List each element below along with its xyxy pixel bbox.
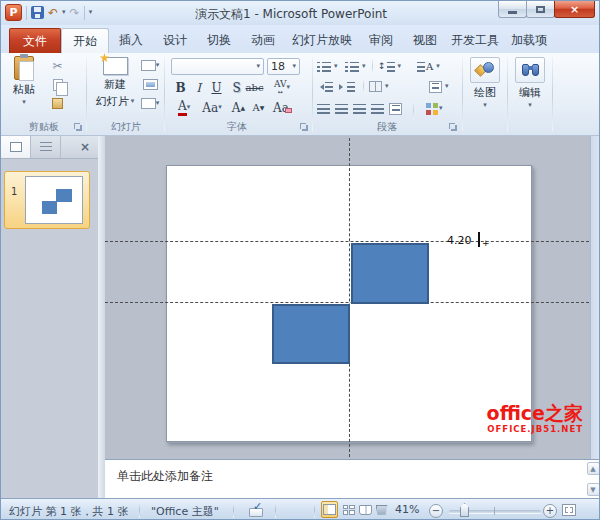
change-case-button[interactable]: Aa ▾ [199, 99, 225, 116]
bullets-button[interactable]: ▾ [317, 58, 338, 75]
fit-slide-to-window-button[interactable] [562, 504, 576, 516]
tab-animations[interactable]: 动画 [241, 28, 285, 53]
tab-file[interactable]: 文件 [9, 28, 61, 53]
numbering-dropdown-arrow[interactable]: ▾ [362, 63, 366, 70]
increase-indent-button[interactable] [339, 78, 355, 95]
reading-view-button[interactable] [357, 501, 374, 518]
smartart-dropdown-arrow[interactable]: ▾ [439, 105, 443, 112]
new-slide-label-1: 新建 [104, 77, 126, 92]
vertical-guide-center[interactable] [349, 138, 350, 457]
spellcheck-button[interactable]: ✓ [253, 500, 262, 513]
font-color-dropdown-arrow[interactable]: ▾ [187, 104, 191, 111]
slide-thumbnail-image[interactable] [25, 176, 83, 224]
underline-button[interactable]: U [207, 79, 226, 96]
tab-view[interactable]: 视图 [403, 28, 447, 53]
close-panel-button[interactable]: × [72, 136, 98, 158]
shrink-font-button[interactable]: A ▼ [249, 99, 268, 116]
blue-rectangle-lower[interactable] [272, 304, 350, 364]
align-text-button[interactable]: ▾ [429, 78, 449, 95]
justify-button[interactable] [371, 100, 384, 117]
normal-view-button[interactable] [321, 501, 338, 518]
paste-button[interactable]: 粘贴 ▾ [7, 56, 41, 106]
text-direction-dropdown-arrow[interactable]: ▾ [436, 63, 440, 70]
slideshow-view-button[interactable] [373, 501, 390, 518]
align-center-button[interactable] [335, 100, 348, 117]
save-button[interactable] [31, 6, 44, 19]
text-shadow-button[interactable]: S [227, 79, 246, 96]
close-button[interactable]: × [554, 1, 595, 18]
numbering-button[interactable]: ▾ [345, 58, 366, 75]
editing-group-button[interactable]: 编辑 ▾ [510, 57, 550, 109]
text-direction-button[interactable]: A ▾ [417, 58, 440, 75]
drawing-group-button[interactable]: 绘图 ▾ [465, 57, 505, 109]
tab-design[interactable]: 设计 [153, 28, 197, 53]
font-size-dropdown-arrow[interactable]: ▾ [292, 63, 296, 70]
zoom-in-button[interactable]: + [543, 504, 557, 518]
outline-tab-icon [40, 142, 52, 152]
text-direction-lines [417, 62, 425, 72]
character-spacing-button[interactable]: AV ↔ ▾ [269, 79, 295, 96]
copy-button[interactable] [48, 76, 67, 93]
tab-insert[interactable]: 插入 [109, 28, 153, 53]
restore-button[interactable] [526, 1, 555, 18]
increase-indent-icon [339, 84, 346, 90]
minimize-button[interactable] [498, 1, 527, 18]
notes-pane[interactable]: 单击此处添加备注 ▲ ▼ [105, 459, 600, 498]
tab-addins[interactable]: 加载项 [503, 28, 555, 53]
tab-developer[interactable]: 开发工具 [447, 28, 503, 53]
align-left-button[interactable] [317, 100, 330, 117]
reset-slide-button[interactable] [138, 76, 162, 93]
drawing-dropdown-arrow: ▾ [483, 102, 487, 109]
decrease-indent-button[interactable] [317, 78, 333, 95]
redo-button[interactable]: ↷ [70, 7, 80, 19]
qat-customize-button[interactable]: ▾ [89, 9, 93, 16]
powerpoint-app-icon[interactable]: P [5, 4, 22, 21]
bold-button[interactable]: B [171, 79, 190, 96]
italic-button[interactable]: I [189, 79, 208, 96]
distribute-button[interactable] [389, 100, 402, 117]
align-right-button[interactable] [353, 100, 366, 117]
slide-sorter-view-button[interactable] [340, 501, 357, 518]
horizontal-guide-center[interactable] [105, 302, 589, 303]
tab-review[interactable]: 审阅 [359, 28, 403, 53]
slides-tab[interactable] [1, 136, 31, 158]
blue-rectangle-upper[interactable] [351, 243, 429, 304]
tab-slideshow[interactable]: 幻灯片放映 [285, 28, 359, 53]
font-name-combobox[interactable]: ▾ [171, 58, 264, 75]
columns-dropdown-arrow[interactable]: ▾ [385, 83, 389, 90]
cut-button[interactable]: ✂ [48, 57, 67, 74]
format-painter-button[interactable] [48, 95, 67, 112]
convert-smartart-button[interactable]: ▾ [425, 100, 443, 117]
strikethrough-button[interactable]: abc [245, 79, 264, 96]
clear-formatting-button[interactable]: Aa [273, 99, 292, 116]
bullets-dropdown-arrow[interactable]: ▾ [334, 63, 338, 70]
zoom-out-button[interactable]: − [429, 504, 443, 518]
font-name-dropdown-arrow[interactable]: ▾ [256, 63, 260, 70]
line-spacing-button[interactable]: ↕ ▾ [378, 58, 401, 75]
font-size-combobox[interactable]: 18 ▾ [267, 58, 300, 75]
font-color-button[interactable]: A ▾ [171, 99, 197, 116]
new-slide-dropdown-arrow[interactable]: ▾ [131, 98, 135, 105]
tab-transitions[interactable]: 切换 [197, 28, 241, 53]
font-dialog-launcher[interactable] [300, 123, 309, 132]
undo-dropdown-arrow[interactable]: ▾ [62, 9, 66, 16]
editor-vertical-scrollbar[interactable] [590, 136, 600, 459]
outline-tab[interactable] [31, 136, 61, 158]
undo-button[interactable]: ↶ [48, 7, 58, 19]
new-slide-button[interactable]: 新建 幻灯片 ▾ [93, 57, 137, 109]
line-spacing-dropdown-arrow[interactable]: ▾ [398, 63, 402, 70]
section-button[interactable]: ▾ [138, 95, 162, 112]
align-text-dropdown-arrow[interactable]: ▾ [445, 83, 449, 90]
grow-font-button[interactable]: A ▲ [229, 99, 248, 116]
scroll-down-button[interactable]: ▼ [587, 483, 600, 496]
scroll-up-button[interactable]: ▲ [587, 462, 600, 475]
slide-layout-button[interactable]: ▾ [138, 57, 162, 74]
paste-dropdown-arrow[interactable]: ▾ [22, 99, 26, 106]
tab-home[interactable]: 开始 [61, 28, 109, 53]
paragraph-dialog-launcher[interactable] [449, 123, 458, 132]
panel-divider[interactable] [98, 136, 105, 498]
horizontal-guide-dragged[interactable] [105, 241, 589, 242]
editing-button-frame [515, 57, 545, 83]
columns-button[interactable]: ▾ [369, 78, 389, 95]
clipboard-dialog-launcher[interactable] [74, 123, 83, 132]
